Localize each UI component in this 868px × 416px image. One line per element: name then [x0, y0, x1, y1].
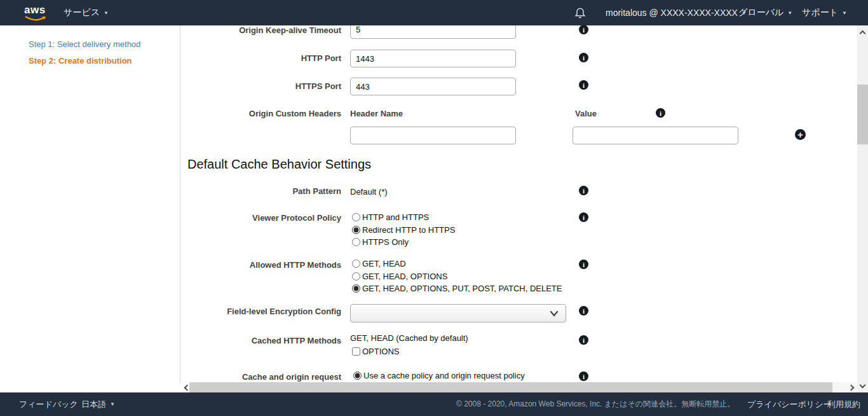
allowed-methods-option-all[interactable]: GET, HEAD, OPTIONS, PUT, POST, PATCH, DE… — [352, 282, 562, 295]
info-icon[interactable]: i — [579, 80, 588, 90]
allowed-methods-radio[interactable] — [352, 284, 360, 293]
sidebar-step2-current: Step 2: Create distribution — [29, 56, 132, 66]
sidebar-step1-link[interactable]: Step 1: Select delivery method — [29, 39, 140, 49]
allowed-methods-radio[interactable] — [352, 260, 360, 268]
custom-header-name-input[interactable] — [350, 127, 516, 144]
value-column-label: Value — [575, 109, 597, 118]
chevron-down-icon: ▼ — [842, 10, 847, 16]
info-icon[interactable]: i — [579, 25, 588, 34]
scroll-up-button[interactable] — [857, 27, 868, 37]
viewer-protocol-option-redirect[interactable]: Redirect HTTP to HTTPS — [352, 224, 455, 237]
info-icon[interactable]: i — [579, 371, 588, 381]
origin-keepalive-timeout-label: Origin Keep-alive Timeout — [180, 25, 341, 35]
aws-smile-icon — [25, 16, 46, 22]
cache-origin-request-radio[interactable] — [353, 371, 362, 380]
vertical-scrollbar-thumb[interactable] — [857, 85, 868, 144]
chevron-down-icon: ▼ — [104, 10, 109, 16]
notifications-bell-icon[interactable] — [574, 6, 587, 19]
allowed-http-methods-group: GET, HEAD GET, HEAD, OPTIONS GET, HEAD, … — [352, 258, 562, 295]
terms-of-use-link[interactable]: 利用規約 — [827, 392, 860, 416]
path-pattern-label: Path Pattern — [180, 186, 341, 196]
services-menu[interactable]: サービス ▼ — [64, 0, 109, 25]
radio-option-label: Redirect HTTP to HTTPS — [362, 225, 455, 235]
custom-header-value-input[interactable] — [573, 127, 738, 144]
footer-bar: フィードバック 日本語 ▼ © 2008 - 2020, Amazon Web … — [0, 392, 868, 416]
horizontal-scrollbar[interactable] — [180, 382, 857, 392]
services-menu-label: サービス — [64, 7, 100, 18]
field-level-encryption-select[interactable] — [350, 304, 566, 322]
account-menu-label: moritalous @ XXXX-XXXX-XXXX — [606, 8, 738, 18]
region-menu[interactable]: グローバル ▼ — [738, 0, 792, 25]
header-name-column-label: Header Name — [350, 109, 403, 118]
horizontal-scrollbar-thumb[interactable] — [189, 382, 832, 392]
allowed-methods-option-get-head[interactable]: GET, HEAD — [352, 258, 562, 270]
privacy-policy-link[interactable]: プライバシーポリシー — [747, 392, 831, 416]
info-icon[interactable]: i — [579, 212, 588, 222]
add-header-button[interactable]: + — [795, 129, 806, 140]
support-menu[interactable]: サポート ▼ — [802, 0, 847, 25]
info-icon[interactable]: i — [579, 186, 588, 195]
https-port-label: HTTPS Port — [180, 81, 341, 91]
cached-http-methods-label: Cached HTTP Methods — [180, 336, 341, 345]
terms-of-use-label: 利用規約 — [827, 399, 860, 410]
viewer-protocol-policy-group: HTTP and HTTPS Redirect HTTP to HTTPS HT… — [352, 211, 455, 249]
chevron-down-icon: ▼ — [110, 401, 115, 407]
allowed-http-methods-label: Allowed HTTP Methods — [180, 260, 341, 270]
sidebar-divider — [180, 25, 180, 382]
info-icon[interactable]: i — [579, 306, 588, 315]
scroll-right-button[interactable] — [846, 382, 857, 392]
cache-origin-request-option[interactable]: Use a cache policy and origin request po… — [353, 370, 525, 382]
cached-methods-options-checkbox-row[interactable]: OPTIONS — [352, 345, 400, 358]
viewer-protocol-policy-label: Viewer Protocol Policy — [180, 213, 341, 223]
viewer-protocol-radio[interactable] — [352, 213, 360, 221]
allowed-methods-radio[interactable] — [352, 272, 360, 281]
http-port-label: HTTP Port — [180, 53, 341, 63]
scroll-down-button[interactable] — [857, 381, 868, 391]
options-checkbox[interactable] — [352, 347, 360, 356]
aws-console-page: aws サービス ▼ moritalous @ XXXX-XXXX-XXXX ▼… — [0, 0, 868, 416]
region-menu-label: グローバル — [738, 7, 783, 18]
origin-custom-headers-label: Origin Custom Headers — [180, 109, 341, 118]
field-level-encryption-label: Field-level Encryption Config — [180, 307, 341, 316]
https-port-input[interactable] — [350, 78, 516, 95]
radio-option-label: GET, HEAD, OPTIONS — [362, 272, 447, 281]
privacy-policy-label: プライバシーポリシー — [747, 399, 831, 410]
chevron-down-icon: ▼ — [787, 10, 792, 16]
viewer-protocol-option-http-https[interactable]: HTTP and HTTPS — [352, 211, 455, 224]
cache-origin-request-label: Cache and origin request — [180, 372, 341, 382]
radio-option-label: GET, HEAD, OPTIONS, PUT, POST, PATCH, DE… — [362, 284, 562, 293]
account-menu[interactable]: moritalous @ XXXX-XXXX-XXXX ▼ — [606, 0, 747, 25]
language-selector[interactable]: 日本語 ▼ — [81, 392, 115, 416]
copyright-text: © 2008 - 2020, Amazon Web Services, Inc.… — [456, 392, 735, 416]
info-icon[interactable]: i — [579, 335, 588, 345]
feedback-link[interactable]: フィードバック — [19, 392, 78, 416]
radio-option-label: HTTP and HTTPS — [362, 212, 429, 222]
language-label: 日本語 — [81, 399, 106, 410]
top-navigation-bar: aws サービス ▼ moritalous @ XXXX-XXXX-XXXX ▼… — [0, 0, 868, 25]
viewer-protocol-option-https-only[interactable]: HTTPS Only — [352, 236, 455, 249]
viewer-protocol-radio[interactable] — [352, 238, 360, 246]
radio-option-label: GET, HEAD — [362, 259, 406, 268]
http-port-input[interactable] — [350, 50, 516, 67]
cached-methods-default-text: GET, HEAD (Cached by default) — [350, 333, 468, 343]
path-pattern-value: Default (*) — [350, 187, 388, 197]
aws-logo-text: aws — [24, 4, 46, 16]
aws-logo[interactable]: aws — [24, 4, 47, 21]
section-heading: Default Cache Behavior Settings — [187, 157, 371, 172]
viewer-protocol-radio[interactable] — [352, 226, 360, 234]
feedback-label: フィードバック — [19, 399, 78, 410]
radio-option-label: Use a cache policy and origin request po… — [363, 371, 525, 380]
radio-option-label: HTTPS Only — [362, 237, 409, 247]
support-menu-label: サポート — [802, 7, 838, 18]
chevron-down-icon — [550, 310, 558, 317]
info-icon[interactable]: i — [656, 108, 665, 118]
vertical-scrollbar[interactable] — [857, 25, 868, 392]
info-icon[interactable]: i — [579, 53, 588, 62]
checkbox-option-label: OPTIONS — [362, 347, 400, 356]
info-icon[interactable]: i — [579, 260, 588, 269]
allowed-methods-option-get-head-options[interactable]: GET, HEAD, OPTIONS — [352, 270, 562, 283]
